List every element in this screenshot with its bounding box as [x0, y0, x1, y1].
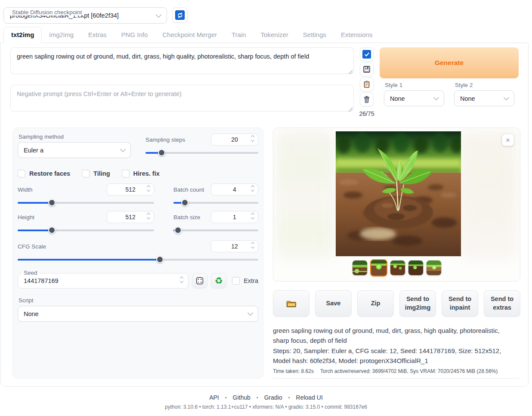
github-link[interactable]: Github	[233, 394, 251, 401]
paste-params-button[interactable]	[360, 47, 374, 61]
stepper-icon[interactable]	[251, 186, 254, 191]
tab-settings[interactable]: Settings	[296, 27, 334, 43]
tab-extras[interactable]: Extras	[81, 27, 114, 43]
close-icon[interactable]: ×	[502, 134, 514, 146]
batch-size-slider[interactable]	[173, 227, 258, 234]
negative-prompt-input[interactable]	[10, 85, 354, 112]
gallery-blur-backdrop	[277, 130, 334, 260]
script-dropdown[interactable]: None	[18, 306, 258, 322]
chevron-down-icon	[120, 146, 126, 152]
send-to-img2img-button[interactable]: Send to img2img	[399, 290, 436, 317]
sampling-steps-label: Sampling steps	[145, 137, 185, 143]
app-header: Stable Diffusion checkpoint protogenX34O…	[0, 0, 532, 27]
stepper-icon[interactable]	[251, 242, 254, 248]
refresh-checkpoints-button[interactable]	[172, 7, 188, 23]
generation-info-params: Steps: 20, Sampler: Euler a, CFG scale: …	[273, 346, 514, 366]
batch-size-input[interactable]: 1	[211, 211, 258, 223]
clear-prompt-button[interactable]	[360, 93, 374, 106]
thumbnail-4[interactable]	[408, 260, 424, 276]
style1-value: None	[390, 95, 434, 102]
stepper-icon[interactable]	[251, 213, 254, 219]
gradio-link[interactable]: Gradio	[264, 394, 282, 401]
thumbnail-2-selected[interactable]	[370, 259, 387, 276]
floppy-disk-icon	[362, 65, 371, 74]
stepper-icon[interactable]	[147, 186, 150, 191]
tiling-checkbox[interactable]: Tiling	[82, 170, 110, 177]
width-input[interactable]: 512	[107, 183, 154, 196]
save-button[interactable]: Save	[315, 290, 352, 317]
stepper-icon[interactable]	[251, 136, 254, 141]
cfg-scale-input[interactable]: 12	[211, 240, 258, 252]
prompt-input[interactable]: green sapling rowing out of ground, mud,…	[10, 47, 354, 74]
width-slider[interactable]	[18, 199, 154, 207]
cfg-scale-slider[interactable]	[18, 256, 258, 264]
batch-count-input[interactable]: 4	[211, 183, 258, 196]
vram-stats: Torch active/reserved: 3699/4702 MiB, Sy…	[320, 368, 498, 374]
checkpoint-label: Stable Diffusion checkpoint	[10, 9, 84, 16]
zip-button[interactable]: Zip	[357, 290, 394, 317]
script-label: Script	[19, 297, 258, 304]
cfg-scale-value: 12	[231, 243, 238, 250]
token-counter: 26/75	[359, 110, 374, 117]
chevron-down-icon	[504, 95, 509, 100]
generation-info-prompt: green sapling rowing out of ground, mud,…	[273, 326, 514, 345]
reuse-seed-button[interactable]: ♻	[211, 273, 226, 289]
restore-faces-label: Restore faces	[29, 170, 70, 177]
thumbnail-1[interactable]	[352, 260, 368, 276]
tab-extensions[interactable]: Extensions	[334, 27, 380, 43]
settings-output-row: Sampling method Euler a Sampling steps 2…	[4, 127, 525, 379]
tab-checkpoint-merger[interactable]: Checkpoint Merger	[155, 27, 224, 43]
random-seed-button[interactable]	[192, 273, 207, 289]
stepper-icon[interactable]	[147, 213, 150, 219]
separator: •	[288, 395, 290, 400]
send-to-inpaint-button[interactable]: Send to inpaint	[442, 290, 478, 317]
thumbnail-5[interactable]	[426, 260, 442, 276]
generate-button[interactable]: Generate	[380, 47, 519, 78]
apply-style-button[interactable]	[360, 78, 374, 91]
slider-thumb[interactable]	[48, 199, 56, 206]
height-slider[interactable]	[18, 227, 154, 234]
slider-thumb[interactable]	[181, 199, 189, 206]
extra-seed-checkbox[interactable]: Extra	[232, 277, 258, 285]
clipboard-icon	[362, 80, 371, 89]
footer-links: API • Github • Gradio • Reload UI	[0, 394, 532, 401]
sampling-method-dropdown[interactable]: Euler a	[18, 142, 131, 158]
reload-ui-link[interactable]: Reload UI	[296, 394, 323, 401]
generation-info-performance: Time taken: 8.62s Torch active/reserved:…	[273, 368, 519, 379]
slider-thumb[interactable]	[156, 256, 164, 263]
checkpoint-dropdown[interactable]: Stable Diffusion checkpoint protogenX34O…	[3, 7, 167, 24]
checkbox-icon	[122, 170, 130, 177]
hires-fix-checkbox[interactable]: Hires. fix	[122, 170, 160, 177]
batch-count-slider[interactable]	[173, 199, 258, 207]
slider-thumb[interactable]	[174, 227, 182, 234]
slider-thumb[interactable]	[48, 227, 56, 234]
seed-input[interactable]: Seed 1441787169	[18, 273, 189, 289]
generated-image[interactable]	[336, 131, 461, 256]
style1-dropdown[interactable]: None	[384, 90, 444, 106]
slider-thumb[interactable]	[158, 149, 165, 156]
tab-tokenizer[interactable]: Tokenizer	[254, 27, 296, 43]
hires-fix-label: Hires. fix	[133, 170, 160, 177]
stepper-icon[interactable]	[180, 277, 183, 283]
save-style-button[interactable]	[360, 62, 374, 76]
style2-dropdown[interactable]: None	[454, 90, 514, 106]
tab-img2img[interactable]: img2img	[42, 27, 81, 43]
thumbnail-3[interactable]	[390, 260, 405, 276]
tab-train[interactable]: Train	[224, 27, 254, 43]
height-input[interactable]: 512	[107, 211, 154, 223]
api-link[interactable]: API	[209, 394, 219, 401]
restore-faces-checkbox[interactable]: Restore faces	[18, 170, 70, 177]
checkbox-icon	[232, 277, 240, 285]
sampling-steps-slider[interactable]	[145, 149, 258, 157]
tab-png-info[interactable]: PNG Info	[114, 27, 155, 43]
send-to-extras-button[interactable]: Send to extras	[484, 290, 520, 317]
gallery-blur-backdrop	[460, 130, 517, 260]
output-actions: Save Zip Send to img2img Send to inpaint…	[273, 290, 520, 317]
sampling-steps-input[interactable]: 20	[211, 133, 258, 146]
page-footer: API • Github • Gradio • Reload UI python…	[0, 394, 532, 410]
tab-txt2img[interactable]: txt2img	[3, 27, 42, 43]
trash-icon	[362, 95, 371, 104]
script-value: None	[24, 310, 248, 317]
generation-info: green sapling rowing out of ground, mud,…	[273, 326, 520, 379]
open-folder-button[interactable]	[273, 290, 309, 317]
